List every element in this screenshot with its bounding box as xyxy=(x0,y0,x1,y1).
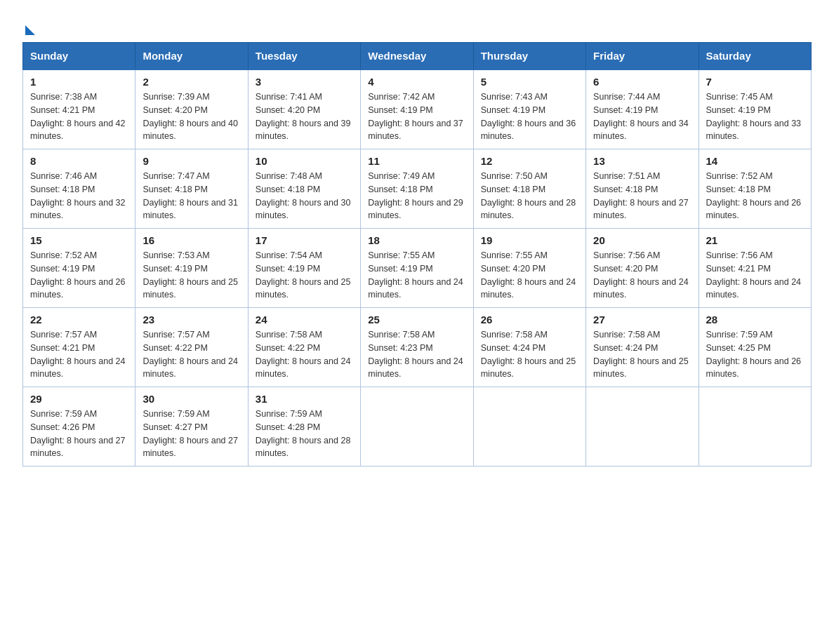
calendar-cell: 14 Sunrise: 7:52 AM Sunset: 4:18 PM Dayl… xyxy=(699,149,811,229)
day-number: 5 xyxy=(481,76,578,88)
day-header-thursday: Thursday xyxy=(473,43,585,70)
calendar-cell xyxy=(473,387,585,467)
calendar-cell: 22 Sunrise: 7:57 AM Sunset: 4:21 PM Dayl… xyxy=(23,308,135,387)
day-info: Sunrise: 7:45 AM Sunset: 4:19 PM Dayligh… xyxy=(706,90,804,143)
day-number: 23 xyxy=(143,314,240,326)
calendar-cell: 15 Sunrise: 7:52 AM Sunset: 4:19 PM Dayl… xyxy=(23,229,135,308)
day-info: Sunrise: 7:54 AM Sunset: 4:19 PM Dayligh… xyxy=(256,249,353,302)
logo-blue-row xyxy=(22,21,35,35)
day-number: 6 xyxy=(593,76,691,88)
day-info: Sunrise: 7:52 AM Sunset: 4:19 PM Dayligh… xyxy=(30,249,128,302)
calendar-cell: 17 Sunrise: 7:54 AM Sunset: 4:19 PM Dayl… xyxy=(248,229,360,308)
day-info: Sunrise: 7:58 AM Sunset: 4:24 PM Dayligh… xyxy=(481,328,578,381)
calendar-cell: 31 Sunrise: 7:59 AM Sunset: 4:28 PM Dayl… xyxy=(248,387,360,467)
calendar-cell: 28 Sunrise: 7:59 AM Sunset: 4:25 PM Dayl… xyxy=(699,308,811,387)
day-info: Sunrise: 7:58 AM Sunset: 4:22 PM Dayligh… xyxy=(256,328,353,381)
calendar-cell: 26 Sunrise: 7:58 AM Sunset: 4:24 PM Dayl… xyxy=(473,308,585,387)
calendar-cell: 9 Sunrise: 7:47 AM Sunset: 4:18 PM Dayli… xyxy=(135,149,248,229)
calendar-cell: 10 Sunrise: 7:48 AM Sunset: 4:18 PM Dayl… xyxy=(248,149,360,229)
day-number: 16 xyxy=(143,234,240,246)
day-info: Sunrise: 7:46 AM Sunset: 4:18 PM Dayligh… xyxy=(30,170,128,222)
day-number: 20 xyxy=(593,234,691,246)
calendar-cell: 30 Sunrise: 7:59 AM Sunset: 4:27 PM Dayl… xyxy=(135,387,248,467)
day-number: 8 xyxy=(30,155,128,167)
calendar-table: SundayMondayTuesdayWednesdayThursdayFrid… xyxy=(22,42,812,467)
day-info: Sunrise: 7:39 AM Sunset: 4:20 PM Dayligh… xyxy=(143,90,240,143)
calendar-cell xyxy=(586,387,699,467)
calendar-week-row: 22 Sunrise: 7:57 AM Sunset: 4:21 PM Dayl… xyxy=(23,308,812,387)
day-info: Sunrise: 7:59 AM Sunset: 4:28 PM Dayligh… xyxy=(256,408,353,460)
day-number: 25 xyxy=(368,314,465,326)
calendar-cell: 3 Sunrise: 7:41 AM Sunset: 4:20 PM Dayli… xyxy=(248,69,360,149)
calendar-cell: 6 Sunrise: 7:44 AM Sunset: 4:19 PM Dayli… xyxy=(586,69,699,149)
day-number: 19 xyxy=(481,234,578,246)
day-header-friday: Friday xyxy=(586,43,699,70)
day-info: Sunrise: 7:59 AM Sunset: 4:25 PM Dayligh… xyxy=(706,328,804,381)
day-info: Sunrise: 7:58 AM Sunset: 4:24 PM Dayligh… xyxy=(593,328,691,381)
day-info: Sunrise: 7:57 AM Sunset: 4:22 PM Dayligh… xyxy=(143,328,240,381)
calendar-cell: 7 Sunrise: 7:45 AM Sunset: 4:19 PM Dayli… xyxy=(699,69,811,149)
day-number: 3 xyxy=(256,76,353,88)
day-number: 30 xyxy=(143,393,240,405)
calendar-week-row: 1 Sunrise: 7:38 AM Sunset: 4:21 PM Dayli… xyxy=(23,69,812,149)
day-info: Sunrise: 7:55 AM Sunset: 4:19 PM Dayligh… xyxy=(368,249,465,302)
day-number: 12 xyxy=(481,155,578,167)
day-number: 18 xyxy=(368,234,465,246)
day-number: 17 xyxy=(256,234,353,246)
calendar-cell xyxy=(699,387,811,467)
calendar-cell: 8 Sunrise: 7:46 AM Sunset: 4:18 PM Dayli… xyxy=(23,149,135,229)
day-info: Sunrise: 7:44 AM Sunset: 4:19 PM Dayligh… xyxy=(593,90,691,143)
day-number: 24 xyxy=(256,314,353,326)
calendar-cell xyxy=(361,387,473,467)
day-info: Sunrise: 7:53 AM Sunset: 4:19 PM Dayligh… xyxy=(143,249,240,302)
calendar-cell: 20 Sunrise: 7:56 AM Sunset: 4:20 PM Dayl… xyxy=(586,229,699,308)
calendar-cell: 18 Sunrise: 7:55 AM Sunset: 4:19 PM Dayl… xyxy=(361,229,473,308)
calendar-cell: 16 Sunrise: 7:53 AM Sunset: 4:19 PM Dayl… xyxy=(135,229,248,308)
day-info: Sunrise: 7:55 AM Sunset: 4:20 PM Dayligh… xyxy=(481,249,578,302)
calendar-cell: 11 Sunrise: 7:49 AM Sunset: 4:18 PM Dayl… xyxy=(361,149,473,229)
calendar-cell: 25 Sunrise: 7:58 AM Sunset: 4:23 PM Dayl… xyxy=(361,308,473,387)
day-header-wednesday: Wednesday xyxy=(361,43,473,70)
day-info: Sunrise: 7:49 AM Sunset: 4:18 PM Dayligh… xyxy=(368,170,465,222)
day-number: 22 xyxy=(30,314,128,326)
calendar-cell: 1 Sunrise: 7:38 AM Sunset: 4:21 PM Dayli… xyxy=(23,69,135,149)
day-info: Sunrise: 7:38 AM Sunset: 4:21 PM Dayligh… xyxy=(30,90,128,143)
day-info: Sunrise: 7:59 AM Sunset: 4:26 PM Dayligh… xyxy=(30,408,128,460)
day-header-saturday: Saturday xyxy=(699,43,811,70)
day-number: 1 xyxy=(30,76,128,88)
logo xyxy=(22,21,35,35)
day-header-monday: Monday xyxy=(135,43,248,70)
day-info: Sunrise: 7:50 AM Sunset: 4:18 PM Dayligh… xyxy=(481,170,578,222)
calendar-header-row: SundayMondayTuesdayWednesdayThursdayFrid… xyxy=(23,43,812,70)
page-header xyxy=(22,17,812,35)
calendar-cell: 29 Sunrise: 7:59 AM Sunset: 4:26 PM Dayl… xyxy=(23,387,135,467)
calendar-cell: 23 Sunrise: 7:57 AM Sunset: 4:22 PM Dayl… xyxy=(135,308,248,387)
day-number: 9 xyxy=(143,155,240,167)
calendar-week-row: 8 Sunrise: 7:46 AM Sunset: 4:18 PM Dayli… xyxy=(23,149,812,229)
calendar-cell: 13 Sunrise: 7:51 AM Sunset: 4:18 PM Dayl… xyxy=(586,149,699,229)
day-number: 21 xyxy=(706,234,804,246)
day-number: 4 xyxy=(368,76,465,88)
day-number: 7 xyxy=(706,76,804,88)
day-info: Sunrise: 7:52 AM Sunset: 4:18 PM Dayligh… xyxy=(706,170,804,222)
day-number: 15 xyxy=(30,234,128,246)
logo-triangle-icon xyxy=(25,25,35,35)
day-header-sunday: Sunday xyxy=(23,43,135,70)
day-info: Sunrise: 7:48 AM Sunset: 4:18 PM Dayligh… xyxy=(256,170,353,222)
day-number: 13 xyxy=(593,155,691,167)
day-info: Sunrise: 7:58 AM Sunset: 4:23 PM Dayligh… xyxy=(368,328,465,381)
day-number: 14 xyxy=(706,155,804,167)
day-info: Sunrise: 7:56 AM Sunset: 4:21 PM Dayligh… xyxy=(706,249,804,302)
day-info: Sunrise: 7:51 AM Sunset: 4:18 PM Dayligh… xyxy=(593,170,691,222)
day-info: Sunrise: 7:41 AM Sunset: 4:20 PM Dayligh… xyxy=(256,90,353,143)
day-number: 11 xyxy=(368,155,465,167)
day-number: 2 xyxy=(143,76,240,88)
day-number: 28 xyxy=(706,314,804,326)
calendar-cell: 27 Sunrise: 7:58 AM Sunset: 4:24 PM Dayl… xyxy=(586,308,699,387)
day-number: 27 xyxy=(593,314,691,326)
calendar-cell: 12 Sunrise: 7:50 AM Sunset: 4:18 PM Dayl… xyxy=(473,149,585,229)
day-number: 31 xyxy=(256,393,353,405)
day-header-tuesday: Tuesday xyxy=(248,43,360,70)
day-info: Sunrise: 7:57 AM Sunset: 4:21 PM Dayligh… xyxy=(30,328,128,381)
day-info: Sunrise: 7:47 AM Sunset: 4:18 PM Dayligh… xyxy=(143,170,240,222)
